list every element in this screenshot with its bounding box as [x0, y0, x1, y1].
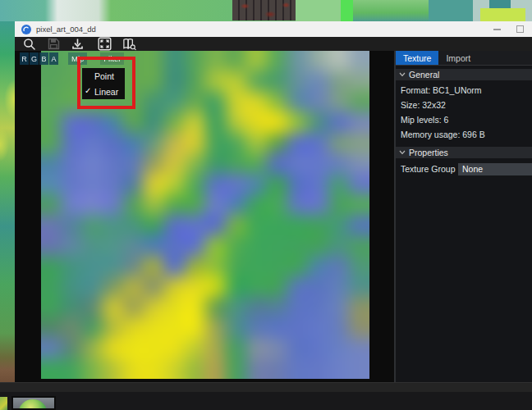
asset-thumbnail-globe[interactable] — [11, 396, 56, 410]
download-arrow-icon — [71, 38, 84, 50]
save-button[interactable] — [46, 38, 61, 50]
texture-viewer-window: pixel_art_004_dd — [15, 21, 532, 383]
desktop-texture-patch — [353, 0, 429, 21]
tab-texture[interactable]: Texture — [396, 51, 438, 65]
texture-group-label: Texture Group — [396, 164, 458, 174]
desktop-background-top — [0, 0, 532, 21]
asset-thumbnail-partial[interactable] — [0, 397, 7, 410]
section-title: General — [409, 70, 439, 80]
texture-group-row: Texture Group None — [396, 162, 532, 176]
section-header-general[interactable]: General — [396, 69, 532, 80]
desktop-texture-patch — [489, 0, 511, 8]
desktop-texture-patch — [480, 8, 525, 21]
channel-g-toggle[interactable]: G — [30, 52, 39, 65]
desktop-brick-texture — [232, 0, 296, 20]
chevron-down-icon — [399, 72, 406, 77]
zoom-button[interactable] — [22, 38, 37, 50]
mip-levels-row: Mip levels: 6 — [401, 112, 532, 127]
asset-browser-button[interactable] — [122, 38, 137, 50]
section-header-properties[interactable]: Properties — [396, 147, 532, 158]
book-magnifier-icon — [122, 38, 137, 51]
tab-import[interactable]: Import — [438, 51, 478, 65]
thumbnail-frame — [13, 398, 54, 408]
window-statusbar — [0, 382, 532, 392]
app-logo-icon — [21, 25, 31, 34]
memory-usage-row: Memory usage: 696 B — [401, 127, 532, 142]
channel-r-toggle[interactable]: R — [20, 52, 29, 65]
fit-to-window-button[interactable] — [97, 38, 112, 50]
magnifier-icon — [23, 38, 36, 51]
panel-tabbar: Texture Import — [396, 51, 532, 66]
minimize-button[interactable] — [486, 21, 507, 37]
desktop-background-left — [0, 21, 15, 392]
channel-a-toggle[interactable]: A — [49, 52, 58, 65]
format-row: Format: BC1_UNorm — [401, 83, 532, 98]
minimize-icon — [493, 29, 501, 30]
red-annotation-box — [77, 57, 135, 109]
viewer-content: R G B A Mip Filter Point ✓ Linear — [15, 51, 532, 383]
texture-group-select[interactable]: None — [458, 163, 532, 175]
section-title: Properties — [409, 148, 448, 157]
window-title: pixel_art_004_dd — [36, 25, 96, 34]
properties-panel: Texture Import General Format: BC1_UNorm… — [396, 51, 532, 383]
size-row: Size: 32x32 — [401, 98, 532, 112]
general-rows: Format: BC1_UNorm Size: 32x32 Mip levels… — [396, 80, 532, 144]
asset-shelf — [0, 392, 532, 410]
screenshot-stage: pixel_art_004_dd — [0, 0, 532, 410]
export-button[interactable] — [70, 38, 85, 50]
fit-expand-icon — [98, 37, 112, 51]
floppy-disk-icon — [48, 38, 60, 50]
globe-texture-icon — [19, 399, 47, 408]
maximize-icon — [516, 25, 524, 33]
maximize-button[interactable] — [509, 21, 530, 37]
viewer-toolbar — [15, 37, 532, 51]
channel-b-toggle[interactable]: B — [39, 52, 48, 65]
chevron-down-icon — [399, 150, 406, 155]
desktop-texture-patch — [429, 0, 473, 21]
window-titlebar[interactable]: pixel_art_004_dd — [15, 21, 532, 37]
